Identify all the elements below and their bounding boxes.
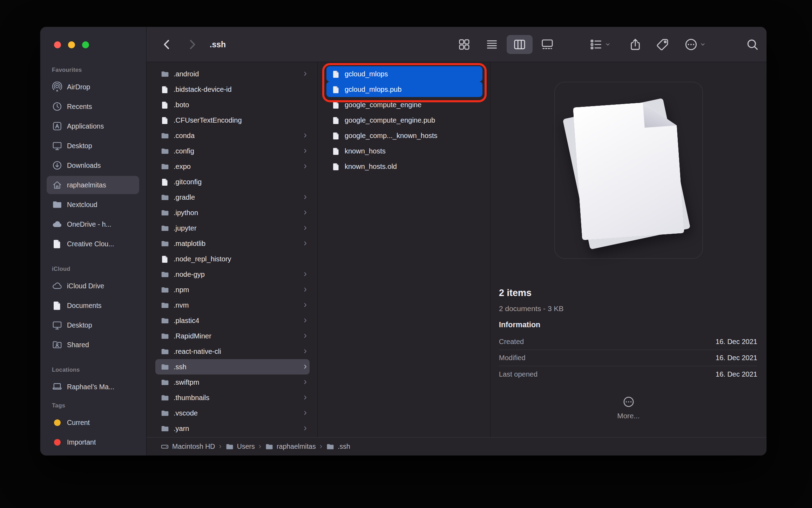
chevron-right-icon: › <box>304 269 307 280</box>
folder-icon <box>161 193 169 202</box>
folder-row-thumbnails[interactable]: .thumbnails› <box>155 390 310 405</box>
search-button[interactable] <box>745 37 759 52</box>
share-button[interactable] <box>628 37 642 52</box>
folder-row-ssh[interactable]: .ssh› <box>155 359 310 375</box>
minimize-window-button[interactable] <box>68 41 75 48</box>
item-name: google_compute_engine.pub <box>345 116 435 124</box>
cloud-icon <box>52 219 62 229</box>
folder-row-node-gyp[interactable]: .node-gyp› <box>155 267 310 282</box>
folder-row-npm[interactable]: .npm› <box>155 282 310 297</box>
item-name: .CFUserTextEncoding <box>174 116 242 124</box>
sidebar-item-label: Shared <box>67 341 89 349</box>
sidebar-item-desktop[interactable]: Desktop <box>47 316 139 334</box>
sidebar-item-onedrive-h[interactable]: OneDrive - h... <box>47 215 139 233</box>
sidebar-item-label: Current <box>67 419 90 427</box>
icon-view-button[interactable] <box>451 35 477 54</box>
gallery-view-button[interactable] <box>534 35 560 54</box>
file-row-node-repl-history[interactable]: .node_repl_history <box>155 251 310 267</box>
folder-row-jupyter[interactable]: .jupyter› <box>155 220 310 236</box>
file-row-known-hosts-old[interactable]: known_hosts.old <box>326 159 482 174</box>
folder-row-expo[interactable]: .expo› <box>155 159 310 174</box>
more-actions-button[interactable] <box>684 37 706 52</box>
file-row-google-compute-engine[interactable]: google_compute_engine <box>326 97 482 112</box>
back-button[interactable] <box>160 37 174 52</box>
file-row-gitconfig[interactable]: .gitconfig <box>155 174 310 190</box>
file-row-known-hosts[interactable]: known_hosts <box>326 143 482 159</box>
sidebar-item-important[interactable]: Important <box>47 433 139 451</box>
sidebar-item-shared[interactable]: Shared <box>47 336 139 354</box>
sidebar-item-icloud-drive[interactable]: iCloud Drive <box>47 277 139 295</box>
info-row-modified: Modified16. Dec 2021 <box>499 350 757 366</box>
sidebar-item-raphael-s-ma[interactable]: Raphael’s Ma... <box>47 378 139 396</box>
folder-row-swiftpm[interactable]: .swiftpm› <box>155 375 310 390</box>
chevron-down-icon <box>604 41 611 48</box>
item-name: .node-gyp <box>174 270 205 279</box>
path-bar: Macintosh HD›Users›raphaelmitas›.ssh <box>147 437 766 455</box>
file-row-boto[interactable]: .boto <box>155 97 310 112</box>
file-row-gcloud-mlops[interactable]: gcloud_mlops <box>326 66 482 82</box>
sidebar-item-recents[interactable]: Recents <box>47 97 139 116</box>
tags-button[interactable] <box>656 37 670 52</box>
chevron-right-icon: › <box>304 223 307 233</box>
file-row-cfusertextencoding[interactable]: .CFUserTextEncoding <box>155 112 310 128</box>
sidebar-item-raphaelmitas[interactable]: raphaelmitas <box>47 176 139 194</box>
sidebar-item-creative-clou[interactable]: Creative Clou... <box>47 235 139 253</box>
screen-background: FavouritesAirDropRecentsApplicationsDesk… <box>0 0 812 508</box>
item-name: .ssh <box>174 363 187 371</box>
file-row-bidstack-device-id[interactable]: .bidstack-device-id <box>155 82 310 97</box>
folder-row-ipython[interactable]: .ipython› <box>155 205 310 220</box>
sidebar-item-label: OneDrive - h... <box>67 220 111 228</box>
list-view-button[interactable] <box>479 35 505 54</box>
folder-row-react-native-cli[interactable]: .react-native-cli› <box>155 344 310 359</box>
forward-button[interactable] <box>185 37 199 52</box>
ellipsis-circle-icon <box>622 396 635 408</box>
file-row-gcloud-mlops-pub[interactable]: gcloud_mlops.pub <box>326 82 482 97</box>
document-icon <box>161 101 169 109</box>
folder-row-matplotlib[interactable]: .matplotlib› <box>155 236 310 251</box>
more-section[interactable]: More... <box>490 396 766 420</box>
sidebar-item-nextcloud[interactable]: Nextcloud <box>47 195 139 214</box>
sidebar-item-desktop[interactable]: Desktop <box>47 137 139 155</box>
item-name: .boto <box>174 101 189 109</box>
document-icon <box>332 162 340 171</box>
folder-row-android[interactable]: .android› <box>155 66 310 82</box>
downloads-icon <box>52 160 62 171</box>
column-view-button[interactable] <box>507 35 533 54</box>
path-segment-label: Users <box>237 442 255 451</box>
window-title: .ssh <box>210 40 226 49</box>
document-icon <box>332 147 340 156</box>
folder-row-yarn[interactable]: .yarn› <box>155 421 310 436</box>
folder-row-gradle[interactable]: .gradle› <box>155 190 310 205</box>
sidebar-item-label: iCloud Drive <box>67 282 104 290</box>
sidebar: FavouritesAirDropRecentsApplicationsDesk… <box>40 27 147 455</box>
file-row-google-comp-known-hosts[interactable]: google_comp..._known_hosts <box>326 128 482 143</box>
item-name: google_comp..._known_hosts <box>345 132 438 140</box>
sidebar-item-documents[interactable]: Documents <box>47 296 139 315</box>
folder-row-vscode[interactable]: .vscode› <box>155 405 310 421</box>
path-segment-macintosh-hd[interactable]: Macintosh HD <box>161 442 215 451</box>
sidebar-item-applications[interactable]: Applications <box>47 117 139 135</box>
file-row-google-compute-engine-pub[interactable]: google_compute_engine.pub <box>326 112 482 128</box>
document-icon <box>332 116 340 125</box>
sidebar-section-icloud: iCloudiCloud DriveDocumentsDesktopShared <box>40 263 146 354</box>
path-segment-users[interactable]: Users <box>225 442 255 451</box>
folder-row-conda[interactable]: .conda› <box>155 128 310 143</box>
sidebar-item-downloads[interactable]: Downloads <box>47 156 139 174</box>
folder-row-plastic4[interactable]: .plastic4› <box>155 313 310 328</box>
item-name: .yarn <box>174 425 189 433</box>
path-segment-raphaelmitas[interactable]: raphaelmitas <box>265 442 316 451</box>
chevron-right-icon: › <box>304 146 307 156</box>
fullscreen-window-button[interactable] <box>82 41 89 48</box>
folder-icon <box>52 199 62 210</box>
folder-row-rapidminer[interactable]: .RapidMiner› <box>155 328 310 344</box>
sidebar-item-airdrop[interactable]: AirDrop <box>47 78 139 96</box>
folder-row-nvm[interactable]: .nvm› <box>155 297 310 313</box>
path-separator: › <box>320 442 322 452</box>
close-window-button[interactable] <box>54 41 61 48</box>
group-by-button[interactable] <box>589 37 611 52</box>
folder-row-config[interactable]: .config› <box>155 143 310 159</box>
path-segment-ssh[interactable]: .ssh <box>326 442 350 451</box>
item-name: .react-native-cli <box>174 348 221 356</box>
sidebar-sections: FavouritesAirDropRecentsApplicationsDesk… <box>40 64 146 453</box>
sidebar-item-current[interactable]: Current <box>47 413 139 432</box>
